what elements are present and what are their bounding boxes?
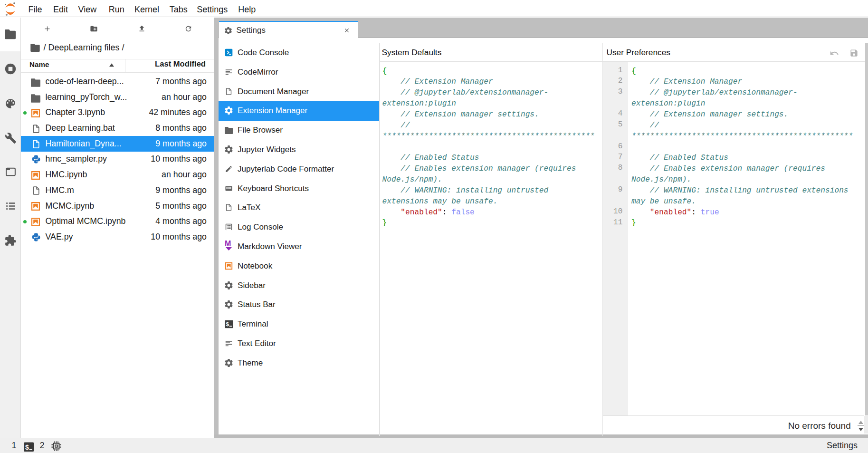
svg-text:$: $ [25, 443, 29, 451]
svg-text:$: $ [226, 321, 229, 328]
